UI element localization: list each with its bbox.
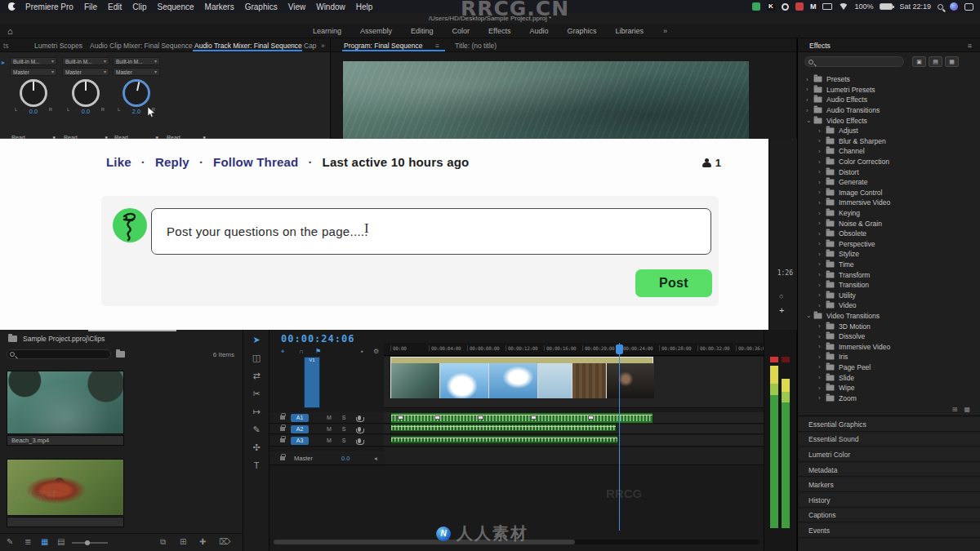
disclosure-arrow-icon[interactable]	[806, 86, 813, 93]
effects-tree-item[interactable]: Distort	[798, 167, 980, 177]
delete-icon[interactable]: ⌦	[219, 537, 230, 546]
snap-toggle-icon[interactable]: ⌖	[281, 348, 285, 356]
lock-icon[interactable]	[280, 438, 285, 442]
disclosure-arrow-icon[interactable]	[818, 189, 826, 196]
tab-overflow-chevrons[interactable]: »	[321, 42, 325, 50]
menubar-item[interactable]: Help	[356, 2, 373, 11]
playhead-line[interactable]	[619, 343, 620, 531]
edit-pencil-icon[interactable]: ✎	[7, 537, 13, 546]
pan-knob-3-active[interactable]	[122, 79, 150, 107]
menubar-item[interactable]: Markers	[205, 2, 234, 11]
pan-knob-1[interactable]	[20, 79, 47, 107]
master-level-value[interactable]: 0.0	[341, 455, 350, 462]
mixer-panel-menu-icon[interactable]: ≡	[292, 42, 296, 50]
panel-tab-fragment[interactable]: ts	[3, 42, 9, 50]
clip-name-label[interactable]	[7, 517, 124, 527]
workspace-tab[interactable]: Effects	[488, 27, 510, 35]
disclosure-arrow-icon[interactable]	[818, 384, 826, 392]
effects-tree-item[interactable]: Video	[798, 300, 980, 311]
clip-thumbnail-bird[interactable]	[7, 459, 124, 516]
workspace-tab[interactable]: Learning	[313, 27, 341, 35]
effects-tree-item[interactable]: Page Peel	[798, 362, 980, 373]
pan-knob-2[interactable]	[72, 79, 100, 107]
solo-button[interactable]: S	[336, 426, 351, 432]
disclosure-arrow-icon[interactable]	[818, 240, 826, 247]
project-search-input[interactable]	[7, 349, 111, 359]
effects-tree-item[interactable]: Video Transitions	[798, 311, 980, 322]
project-bin-title[interactable]: Sample Project.pproj\Clips	[23, 335, 105, 343]
effects-tree-item[interactable]: 3D Motion	[798, 321, 980, 331]
menubar-item[interactable]: Sequence	[158, 2, 194, 11]
timeline-ruler[interactable]: 00:0000:00:04:0000:00:08:0000:00:12:0000…	[384, 343, 764, 356]
effects-tree-item[interactable]: Slide	[798, 372, 980, 383]
effects-tree-item[interactable]: Zoom	[798, 393, 980, 403]
disclosure-arrow-icon[interactable]	[818, 374, 826, 381]
audio-keyframe-marker[interactable]	[531, 415, 537, 420]
effects-tree-item[interactable]: Generate	[798, 177, 980, 188]
input-select-3[interactable]: Built-in M...▾	[113, 57, 160, 65]
effects-tree-item[interactable]: Noise & Grain	[798, 218, 980, 229]
mute-button[interactable]: M	[322, 415, 336, 420]
display-icon[interactable]	[822, 3, 832, 10]
wifi-icon[interactable]	[839, 3, 848, 10]
panel-tab-row[interactable]: Essential Sound	[798, 433, 980, 447]
disclosure-arrow-icon[interactable]	[818, 282, 826, 289]
effects-tree-item[interactable]: Wipe	[798, 383, 980, 393]
comment-input[interactable]	[151, 208, 711, 255]
disclosure-arrow-icon[interactable]	[818, 127, 826, 135]
tab-audio-track-mixer[interactable]: Audio Track Mixer: Final Sequence	[194, 42, 302, 50]
filter-accelerated-icon[interactable]: ▣	[912, 56, 926, 67]
panel-tab-row[interactable]: Lumetri Color	[798, 448, 980, 462]
add-marker-icon[interactable]: ⚑	[315, 348, 321, 355]
disclosure-arrow-icon[interactable]	[818, 148, 826, 155]
type-tool-icon[interactable]: T	[243, 460, 270, 470]
lock-icon[interactable]	[280, 415, 285, 420]
disclosure-arrow-icon[interactable]	[818, 210, 826, 217]
bin-navigation-icon[interactable]	[116, 351, 125, 358]
input-select-2[interactable]: Built-in M...▾	[62, 57, 109, 65]
control-center-icon[interactable]	[964, 3, 973, 11]
program-panel-menu-icon[interactable]: ≡	[435, 42, 439, 50]
disclosure-arrow-icon[interactable]	[818, 333, 826, 340]
menubar-item[interactable]: Edit	[108, 2, 122, 11]
effects-tree-item[interactable]: Audio Effects	[798, 95, 980, 105]
disclosure-arrow-icon[interactable]	[806, 117, 813, 124]
follow-thread-button[interactable]: Follow Thread	[213, 155, 298, 169]
menubar-clock[interactable]: Sat 22:19	[899, 2, 931, 11]
effects-tree-item[interactable]: Presets	[798, 74, 980, 85]
disclosure-arrow-icon[interactable]	[806, 107, 813, 114]
list-view-icon[interactable]: ≣	[24, 537, 31, 546]
menubar-item[interactable]: Clip	[132, 2, 146, 11]
track-select-tool-icon[interactable]: ◫	[243, 353, 270, 363]
disclosure-arrow-icon[interactable]	[806, 96, 813, 104]
disclosure-arrow-icon[interactable]	[818, 260, 826, 268]
apple-logo-icon[interactable]	[8, 2, 16, 11]
disclosure-arrow-icon[interactable]	[818, 302, 826, 309]
timeline-wrench-icon[interactable]: ⚙	[373, 348, 379, 355]
track-target-a3[interactable]: A3	[291, 437, 309, 445]
effects-tree-item[interactable]: Immersive Video	[798, 198, 980, 208]
disclosure-arrow-icon[interactable]	[806, 76, 813, 83]
menubar-item[interactable]: Window	[316, 2, 345, 11]
menubar-item[interactable]: Premiere Pro	[25, 2, 74, 11]
thumbnail-zoom-slider[interactable]	[72, 542, 108, 544]
panel-tab-row[interactable]: Captions	[798, 509, 980, 523]
delete-bin-icon[interactable]: ▦	[964, 406, 970, 413]
audio-keyframe-marker[interactable]	[398, 415, 403, 420]
add-button-icon[interactable]: +	[779, 305, 784, 315]
disclosure-arrow-icon[interactable]	[818, 220, 826, 227]
razor-tool-icon[interactable]: ✂	[243, 389, 270, 399]
effects-tree-item[interactable]: Time	[798, 260, 980, 270]
effects-tree-item[interactable]: Image Control	[798, 188, 980, 198]
panel-collapse-arrow-icon[interactable]: ▸	[2, 59, 5, 66]
settings-circle-icon[interactable]: ○	[779, 292, 783, 300]
disclosure-arrow-icon[interactable]	[818, 179, 826, 186]
tab-title-no-title[interactable]: Title: (no title)	[455, 42, 497, 50]
workspace-tab[interactable]: Assembly	[360, 27, 392, 35]
effects-tree-item[interactable]: Color Correction	[798, 157, 980, 167]
effects-tree-item[interactable]: Blur & Sharpen	[798, 136, 980, 147]
app-icon-k[interactable]: K	[767, 2, 775, 11]
app-icon-m[interactable]: M	[810, 2, 817, 11]
playhead-timecode[interactable]: 00:00:24:06	[281, 333, 354, 344]
app-icon-ring[interactable]	[782, 3, 789, 11]
